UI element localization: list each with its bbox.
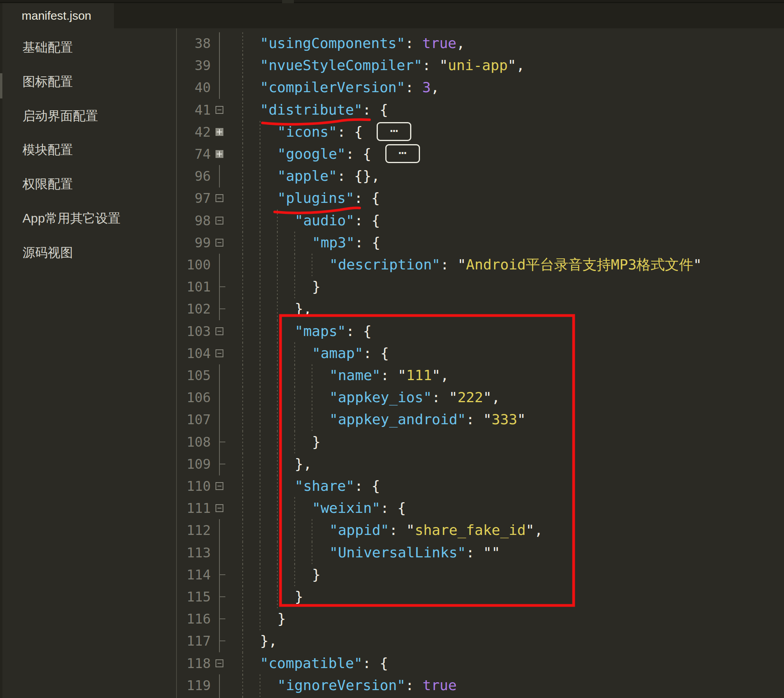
indent-guide bbox=[242, 386, 243, 409]
token-q: " bbox=[406, 522, 415, 538]
code-text: "icons": { ⋯ bbox=[277, 121, 411, 143]
code-line-112: 112"appid": "share_fake_id", bbox=[177, 519, 784, 542]
fold-scope-line bbox=[219, 364, 220, 387]
indent-guide bbox=[260, 542, 260, 564]
token-pun: : bbox=[432, 389, 449, 405]
sidebar-item-1[interactable]: 图标配置 bbox=[22, 73, 73, 90]
fold-collapse-icon[interactable] bbox=[216, 327, 223, 335]
indent-guide bbox=[242, 210, 243, 232]
token-str: share_fake_id bbox=[415, 522, 526, 538]
line-number: 103 bbox=[169, 320, 211, 343]
line-number: 98 bbox=[169, 210, 211, 232]
collapsed-ellipsis-button[interactable]: ⋯ bbox=[385, 144, 420, 163]
fold-end-tick bbox=[220, 618, 225, 619]
indent-guide bbox=[260, 364, 260, 387]
fold-collapse-icon[interactable] bbox=[216, 349, 223, 357]
line-number: 120 bbox=[169, 696, 211, 698]
token-pun: } bbox=[312, 566, 321, 583]
token-kw: true bbox=[422, 677, 457, 693]
token-pun: : bbox=[466, 411, 483, 427]
token-pun: : { bbox=[346, 323, 372, 339]
fold-collapse-icon[interactable] bbox=[216, 106, 223, 114]
sidebar-item-source-view[interactable]: 源码视图 bbox=[22, 244, 73, 261]
code-line-97: 97"plugins": { bbox=[177, 187, 784, 210]
line-number: 111 bbox=[169, 497, 211, 520]
fold-collapse-icon[interactable] bbox=[216, 217, 223, 225]
indent-guide bbox=[294, 431, 295, 453]
indent-guide bbox=[312, 408, 312, 431]
indent-guide bbox=[242, 630, 243, 652]
code-line-103: 103"maps": { bbox=[177, 320, 784, 343]
indent-guide bbox=[312, 386, 312, 409]
token-key: "weixin" bbox=[312, 500, 380, 516]
code-text: } bbox=[295, 586, 303, 608]
line-number: 109 bbox=[169, 453, 211, 475]
code-line-96: 96"apple": {}, bbox=[177, 165, 784, 187]
code-text: "compatible": { bbox=[260, 652, 388, 675]
indent-guide bbox=[242, 54, 243, 77]
code-text: "amap": { bbox=[312, 342, 389, 365]
tab-manifest-json[interactable]: manifest.json bbox=[2, 3, 114, 28]
json-source-editor[interactable]: 38"usingComponents": true,39"nvueStyleCo… bbox=[177, 28, 784, 698]
token-q: " bbox=[693, 256, 702, 273]
code-line-118: 118"compatible": { bbox=[177, 652, 784, 675]
fold-end-tick bbox=[220, 308, 225, 309]
sidebar-item-4[interactable]: 权限配置 bbox=[22, 175, 73, 193]
token-pun: , bbox=[440, 367, 449, 383]
token-pun: : { bbox=[363, 345, 389, 361]
indent-guide bbox=[242, 674, 243, 697]
code-text: "description": "Android平台录音支持MP3格式文件" bbox=[329, 254, 702, 276]
indent-guide bbox=[277, 408, 278, 431]
indent-guide bbox=[294, 564, 295, 586]
code-line-39: 39"nvueStyleCompiler": "uni-app", bbox=[177, 54, 784, 77]
indent-guide bbox=[242, 542, 243, 564]
token-pun: : bbox=[405, 677, 422, 693]
fold-collapse-icon[interactable] bbox=[216, 504, 223, 512]
fold-collapse-icon[interactable] bbox=[216, 659, 223, 667]
code-text: "UniversalLinks": "" bbox=[329, 542, 500, 564]
token-key: "appkey_android" bbox=[329, 411, 466, 427]
code-text: "appkey_ios": "222", bbox=[329, 386, 500, 409]
fold-expand-icon[interactable] bbox=[216, 128, 223, 136]
indent-guide bbox=[277, 475, 278, 498]
line-number: 110 bbox=[169, 475, 211, 498]
fold-collapse-icon[interactable] bbox=[216, 482, 223, 490]
line-number: 42 bbox=[169, 121, 211, 143]
fold-scope-line bbox=[219, 408, 220, 431]
token-pun: }, bbox=[295, 301, 312, 317]
fold-collapse-icon[interactable] bbox=[216, 194, 223, 202]
indent-guide bbox=[260, 320, 260, 343]
token-key: "description" bbox=[329, 256, 440, 273]
collapsed-ellipsis-button[interactable]: ⋯ bbox=[377, 122, 411, 141]
code-line-115: 115} bbox=[177, 586, 784, 608]
indent-guide bbox=[242, 121, 243, 143]
token-pun: : { bbox=[355, 212, 380, 228]
sidebar-item-2[interactable]: 启动界面配置 bbox=[22, 107, 98, 124]
indent-guide bbox=[277, 254, 278, 276]
token-key: "maps" bbox=[295, 323, 346, 339]
sidebar-item-3[interactable]: 模块配置 bbox=[22, 141, 73, 158]
indent-guide bbox=[260, 210, 260, 232]
indent-guide bbox=[277, 586, 278, 608]
code-line-109: 109}, bbox=[177, 453, 784, 475]
line-number: 41 bbox=[169, 99, 211, 121]
indent-guide bbox=[260, 453, 260, 475]
fold-expand-icon[interactable] bbox=[216, 150, 223, 158]
line-number: 107 bbox=[169, 408, 211, 431]
code-text: "ignoreVersion": true bbox=[277, 674, 457, 697]
token-key: "appkey_ios" bbox=[329, 389, 432, 405]
fold-collapse-icon[interactable] bbox=[216, 239, 223, 247]
code-line-102: 102}, bbox=[177, 298, 784, 320]
code-text: "nvueStyleCompiler": "uni-app", bbox=[260, 54, 525, 77]
code-text: }, bbox=[260, 630, 277, 652]
line-number: 105 bbox=[169, 364, 211, 387]
sidebar-item-5[interactable]: App常用其它设置 bbox=[22, 210, 121, 227]
indent-guide bbox=[260, 165, 260, 187]
fold-scope-line bbox=[219, 254, 220, 276]
line-number: 74 bbox=[169, 143, 211, 165]
sidebar-item-0[interactable]: 基础配置 bbox=[22, 39, 73, 56]
indent-guide bbox=[260, 254, 260, 276]
indent-guide bbox=[260, 674, 260, 697]
code-line-117: 117}, bbox=[177, 630, 784, 652]
hbuilderx-window: { "app": { "title_tab": "manifest.json" … bbox=[0, 0, 784, 698]
